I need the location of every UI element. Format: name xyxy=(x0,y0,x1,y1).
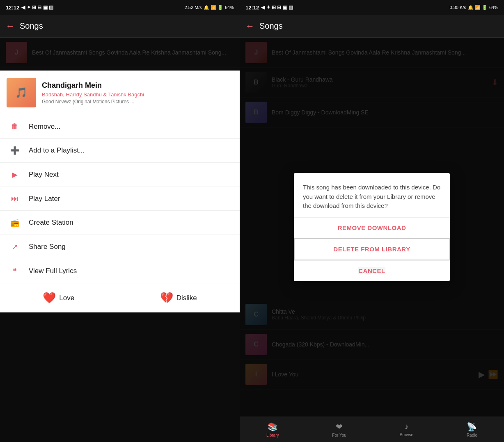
library-icon: 📚 xyxy=(268,422,278,432)
nav-browse[interactable]: ♪ Browse xyxy=(400,422,413,437)
share-song-icon: ↗ xyxy=(9,242,21,251)
right-panel: 12:12 ◀ ✦ ⊞ ⊟ ▣ ▤ 0.30 K/s 🔔 📶 🔋 64% ← S… xyxy=(240,0,504,442)
love-icon: ❤️ xyxy=(43,292,56,304)
dislike-button[interactable]: 💔 Dislike xyxy=(160,292,197,304)
view-lyrics-icon: ❝ xyxy=(9,267,21,276)
context-song-artist: Badshah, Harrdy Sandhu & Tanishk Bagchi xyxy=(42,91,144,98)
add-playlist-icon: ➕ xyxy=(9,146,21,155)
left-back-button[interactable]: ← xyxy=(6,21,15,32)
right-status-icons: 0.30 K/s 🔔 📶 🔋 64% xyxy=(449,5,498,10)
menu-share-song-label: Share Song xyxy=(29,243,66,251)
menu-item-remove[interactable]: 🗑 Remove... xyxy=(0,115,240,139)
right-back-button[interactable]: ← xyxy=(245,21,254,32)
context-song-album: Good Newwz (Original Motions Pictures ..… xyxy=(42,99,144,105)
play-next-icon: ▶ xyxy=(9,170,21,179)
left-context-overlay: 🎵 Chandigarh Mein Badshah, Harrdy Sandhu… xyxy=(0,38,240,442)
context-song-header: 🎵 Chandigarh Mein Badshah, Harrdy Sandhu… xyxy=(0,71,240,115)
menu-view-lyrics-label: View Full Lyrics xyxy=(29,267,77,275)
menu-item-play-next[interactable]: ▶ Play Next xyxy=(0,163,240,187)
menu-item-create-station[interactable]: 📻 Create Station xyxy=(0,211,240,235)
create-station-icon: 📻 xyxy=(9,218,21,227)
menu-item-play-later[interactable]: ⏭ Play Later xyxy=(0,187,240,211)
left-panel: 12:12 ◀ ✦ ⊞ ⊟ ▣ ▤ 2.52 M/s 🔔 📶 🔋 64% ← S… xyxy=(0,0,240,442)
menu-item-add-playlist[interactable]: ➕ Add to a Playlist... xyxy=(0,139,240,163)
menu-remove-label: Remove... xyxy=(29,123,60,131)
left-time: 12:12 ◀ ✦ ⊞ ⊟ ▣ ▤ xyxy=(6,5,53,11)
context-song-details: Chandigarh Mein Badshah, Harrdy Sandhu &… xyxy=(42,81,144,105)
dialog-delete-library-button[interactable]: DELETE FROM LIBRARY xyxy=(294,238,450,260)
dislike-label: Dislike xyxy=(176,294,197,302)
for-you-label: For You xyxy=(332,433,346,437)
menu-item-share-song[interactable]: ↗ Share Song xyxy=(0,235,240,259)
for-you-icon: ❤ xyxy=(336,422,343,432)
dialog-delete-library-label: DELETE FROM LIBRARY xyxy=(333,246,410,253)
right-time: 12:12 ◀ ✦ ⊞ ⊟ ▣ ▤ xyxy=(245,5,293,11)
context-song-title: Chandigarh Mein xyxy=(42,81,144,90)
left-song-list: J Best Of Janmashtami Songs Govinda Aala… xyxy=(0,38,240,442)
menu-create-station-label: Create Station xyxy=(29,219,73,227)
nav-radio[interactable]: 📡 Radio xyxy=(467,422,477,437)
trash-icon: 🗑 xyxy=(9,122,21,131)
left-bottom-bar: ❤️ Love 💔 Dislike xyxy=(0,283,240,312)
dialog-cancel-label: CANCEL xyxy=(358,267,385,274)
dialog-cancel-button[interactable]: CANCEL xyxy=(294,260,450,281)
left-status-bar: 12:12 ◀ ✦ ⊞ ⊟ ▣ ▤ 2.52 M/s 🔔 📶 🔋 64% xyxy=(0,0,240,15)
right-top-nav: ← Songs xyxy=(240,15,504,38)
dislike-icon: 💔 xyxy=(160,292,173,304)
dialog-box: This song has been downloaded to this de… xyxy=(294,173,450,281)
right-dialog-overlay: This song has been downloaded to this de… xyxy=(240,38,504,417)
menu-play-next-label: Play Next xyxy=(29,171,59,179)
dialog-remove-download-label: REMOVE DOWNLOAD xyxy=(338,224,406,231)
right-song-list: J Best Of Janmashtami Songs Govinda Aala… xyxy=(240,38,504,417)
menu-item-view-lyrics[interactable]: ❝ View Full Lyrics xyxy=(0,259,240,283)
love-label: Love xyxy=(59,294,74,302)
menu-play-later-label: Play Later xyxy=(29,195,60,203)
right-bottom-nav: 📚 Library ❤ For You ♪ Browse 📡 Radio xyxy=(240,417,504,442)
nav-library[interactable]: 📚 Library xyxy=(266,422,279,437)
browse-icon: ♪ xyxy=(404,422,408,431)
play-later-icon: ⏭ xyxy=(9,194,21,203)
left-page-title: Songs xyxy=(20,21,43,31)
dialog-remove-download-button[interactable]: REMOVE DOWNLOAD xyxy=(294,217,450,238)
browse-label: Browse xyxy=(400,433,413,437)
context-thumb: 🎵 xyxy=(7,78,36,107)
radio-icon: 📡 xyxy=(467,422,477,432)
love-button[interactable]: ❤️ Love xyxy=(43,292,74,304)
nav-for-you[interactable]: ❤ For You xyxy=(332,422,346,437)
radio-label: Radio xyxy=(467,433,477,437)
dialog-message: This song has been downloaded to this de… xyxy=(294,173,450,217)
left-top-nav: ← Songs xyxy=(0,15,240,38)
left-status-icons: 2.52 M/s 🔔 📶 🔋 64% xyxy=(185,5,234,10)
right-page-title: Songs xyxy=(259,21,283,31)
context-menu-items: 🗑 Remove... ➕ Add to a Playlist... ▶ Pla… xyxy=(0,115,240,283)
menu-add-playlist-label: Add to a Playlist... xyxy=(29,146,85,155)
right-status-bar: 12:12 ◀ ✦ ⊞ ⊟ ▣ ▤ 0.30 K/s 🔔 📶 🔋 64% xyxy=(240,0,504,15)
library-label: Library xyxy=(266,433,279,437)
